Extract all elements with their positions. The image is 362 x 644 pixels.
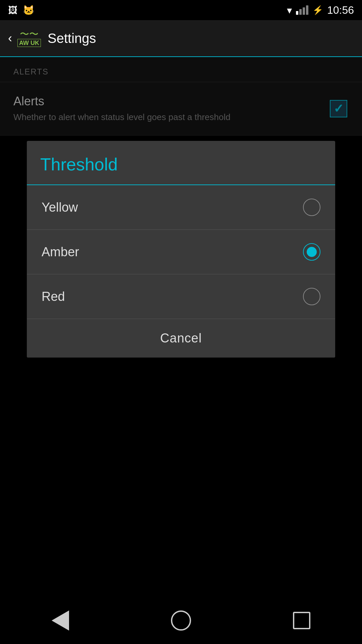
dialog-title: Threshold — [40, 155, 118, 174]
battery-icon: ⚡ — [312, 5, 323, 15]
app-logo: 〜〜 AW UK — [17, 30, 41, 47]
status-bar-left-icons: 🖼 🐱 — [8, 5, 35, 16]
nav-bar — [0, 597, 362, 644]
option-red-label: Red — [42, 289, 65, 304]
nav-back-icon — [52, 610, 69, 631]
nav-recents-button[interactable] — [288, 607, 315, 634]
option-amber[interactable]: Amber — [27, 230, 335, 274]
option-yellow-label: Yellow — [42, 200, 78, 215]
nav-recents-icon — [293, 612, 310, 629]
wifi-icon: ▾ — [287, 4, 292, 16]
nav-home-icon — [171, 610, 191, 631]
status-bar: 🖼 🐱 ▾ ⚡ 10:56 — [0, 0, 362, 20]
bug-icon: 🐱 — [23, 5, 35, 16]
image-icon: 🖼 — [8, 5, 17, 16]
status-bar-right-icons: ▾ ⚡ 10:56 — [287, 4, 354, 16]
back-button[interactable]: ‹ — [8, 31, 12, 45]
option-red[interactable]: Red — [27, 274, 335, 319]
logo-squiggle: 〜〜 — [20, 30, 39, 39]
app-bar: ‹ 〜〜 AW UK Settings — [0, 20, 362, 57]
option-amber-label: Amber — [42, 245, 79, 259]
threshold-dialog: Threshold Yellow Amber Red Cancel — [27, 141, 335, 358]
radio-amber-inner — [307, 247, 317, 257]
cancel-button[interactable]: Cancel — [27, 319, 335, 358]
nav-back-button[interactable] — [47, 607, 74, 634]
cancel-button-label: Cancel — [160, 331, 202, 345]
radio-yellow[interactable] — [303, 199, 320, 216]
nav-home-button[interactable] — [168, 607, 194, 634]
dialog-title-area: Threshold — [27, 141, 335, 185]
radio-red[interactable] — [303, 288, 320, 305]
page-title: Settings — [48, 31, 96, 46]
option-yellow[interactable]: Yellow — [27, 185, 335, 230]
logo-text: AW UK — [17, 39, 41, 47]
signal-icon — [296, 5, 308, 15]
radio-amber[interactable] — [303, 243, 320, 261]
status-time: 10:56 — [327, 4, 354, 16]
